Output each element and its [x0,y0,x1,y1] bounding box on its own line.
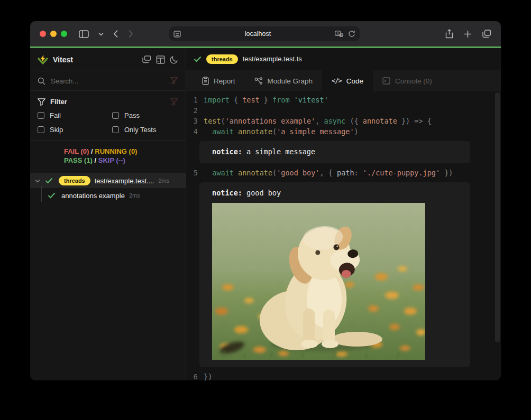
code-line: 1import { test } from 'vitest' [186,95,501,105]
checkbox-icon[interactable] [38,126,44,133]
dark-mode-moon-icon[interactable] [170,55,178,64]
notice-label: notice: [212,189,242,197]
pass-check-icon [48,192,56,199]
chevron-down-icon[interactable] [98,32,104,36]
scrollbar[interactable] [495,91,501,380]
code-line: 4 await annotate('a simple message') [186,126,501,137]
search-icon [38,77,45,85]
funnel-icon [38,98,45,106]
running-count: RUNNING (0) [95,147,137,155]
chevron-down-icon[interactable] [30,179,45,183]
test-case-name: annotations example [61,192,125,200]
zoom-window-button[interactable] [61,31,67,37]
test-duration: 2ms [158,178,169,184]
module-graph-icon [254,77,263,85]
browser-toolbar: localhost A★ [30,21,501,46]
test-duration: 2ms [129,192,140,199]
clear-filter-icon[interactable] [170,77,178,85]
tab-overview-icon[interactable] [482,30,491,38]
filter-checkbox-fail[interactable]: Fail [38,111,112,119]
code-line: 3test('annotations example', async ({ an… [186,116,501,126]
dashboard-icon[interactable] [156,55,165,64]
test-case-row[interactable]: annotations example 2ms [30,188,186,203]
test-summary: FAIL (0) / RUNNING (0) PASS (1) / SKIP (… [30,147,186,165]
vitest-logo-icon [38,54,48,65]
notice-message: a simple message [242,147,315,156]
search-row [30,71,186,91]
page-settings-icon[interactable] [173,31,181,38]
filter-section: Filter Fail Pass [30,91,186,140]
forward-button-icon[interactable] [128,30,133,38]
tab-console[interactable]: Console (0) [373,70,442,91]
filter-checkbox-skip[interactable]: Skip [38,126,112,134]
open-file-name: test/example.test.ts [243,55,302,63]
browser-window: localhost A★ [30,21,501,380]
sidebar-header: Vitest [30,48,186,71]
tab-code[interactable]: </> Code [322,70,373,91]
code-line: 2 [186,105,501,116]
checkbox-icon[interactable] [38,112,44,119]
file-header: threads test/example.test.ts [186,48,501,70]
back-button-icon[interactable] [113,30,118,38]
filter-checkbox-only-tests[interactable]: Only Tests [112,126,178,134]
close-window-button[interactable] [40,31,46,37]
minimize-window-button[interactable] [50,31,57,37]
divider [30,140,186,141]
pass-check-icon [45,178,53,184]
test-tree: threads test/example.test.... 2ms annota… [30,173,186,203]
tab-report[interactable]: Report [193,70,245,91]
puppy-photo [212,203,425,360]
pass-count: PASS (1) [64,156,93,164]
code-brackets-icon: </> [332,77,342,85]
sidebar-toggle-icon[interactable] [79,30,89,38]
app-title: Vitest [53,55,73,64]
annotation-notice: notice: good boy [199,182,470,367]
filter-title: Filter [50,98,67,106]
new-tab-icon[interactable] [464,30,472,38]
console-icon [382,77,390,85]
checkbox-icon[interactable] [112,126,119,133]
share-icon[interactable] [445,29,453,39]
address-bar[interactable]: localhost A★ [169,26,360,41]
svg-text:★: ★ [340,33,343,36]
filter-checkbox-pass[interactable]: Pass [112,111,178,119]
test-file-name: test/example.test.... [95,177,154,185]
main-panel: threads test/example.test.ts Report Modu… [186,48,501,380]
notice-label: notice: [212,147,242,156]
pass-check-icon [194,56,202,62]
code-line: 6}) [186,371,501,380]
svg-text:A: A [336,31,339,35]
code-viewer[interactable]: 1import { test } from 'vitest' 2 3test('… [186,91,501,380]
tab-bar: Report Module Graph </> Code Console [186,70,501,91]
traffic-lights [40,31,67,37]
clear-filter-icon[interactable] [170,98,178,106]
checkbox-icon[interactable] [112,112,119,119]
fail-count: FAIL (0) [64,147,89,155]
notice-message: good boy [242,189,281,197]
reload-icon[interactable] [348,30,355,38]
scrollbar-thumb[interactable] [495,92,500,342]
pool-badge: threads [206,54,238,64]
code-line: 5 await annotate('good boy', { path: './… [186,167,501,178]
test-file-row[interactable]: threads test/example.test.... 2ms [30,173,186,188]
sidebar: Vitest [30,48,186,380]
translate-icon[interactable]: A★ [335,31,344,38]
tab-module-graph[interactable]: Module Graph [245,70,323,91]
url-text[interactable]: localhost [181,30,335,38]
report-clipboard-icon [202,77,209,85]
pool-badge: threads [59,176,90,185]
skip-count: SKIP (--) [98,156,125,164]
windows-overlap-icon[interactable] [142,55,151,63]
annotation-notice: notice: a simple message [199,141,470,163]
search-input[interactable] [51,77,165,85]
